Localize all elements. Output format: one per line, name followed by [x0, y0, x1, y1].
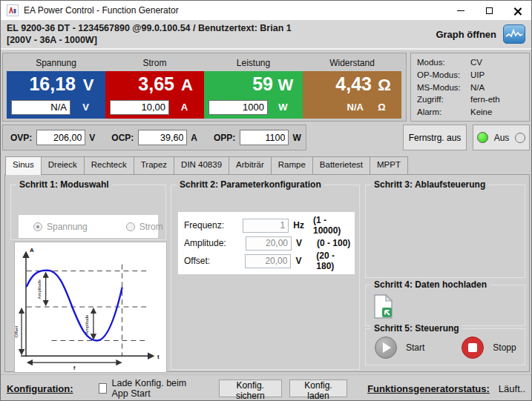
diagram-y-axis-label: A — [30, 247, 34, 253]
play-icon — [383, 342, 391, 353]
output-radio-icon[interactable] — [515, 133, 525, 143]
step1-group: Schritt 1: Moduswahl Spannung Strom — [10, 185, 166, 240]
upload-icon[interactable] — [373, 294, 393, 319]
open-graph-button[interactable]: Graph öffnen — [436, 24, 525, 44]
tab-batterietest[interactable]: Batterietest — [312, 156, 370, 174]
period-label: f — [73, 365, 76, 371]
frequency-range: (1 - 10000) — [313, 215, 355, 236]
diagram-x-axis-label: t — [157, 354, 160, 360]
radio-voltage-label: Spannung — [47, 222, 88, 232]
frequency-input[interactable] — [243, 219, 289, 233]
frequency-label: Frequenz: — [184, 220, 243, 231]
ocp-input[interactable] — [138, 130, 187, 145]
amplitude-input[interactable] — [246, 236, 292, 251]
channel-label-resistance: Widerstand — [303, 58, 401, 68]
radio-unselected-icon — [126, 222, 135, 231]
mode-radio-panel: Spannung Strom — [19, 215, 158, 238]
current-set-input[interactable] — [110, 100, 169, 115]
amplitude-upper-label: Amplitude — [37, 279, 42, 299]
graph-icon[interactable] — [503, 24, 525, 44]
tab-mppt[interactable]: MPPT — [370, 156, 408, 174]
opp-input[interactable] — [240, 130, 289, 145]
channel-label-power: Leistung — [204, 58, 303, 68]
voltage-set-input[interactable] — [11, 100, 70, 115]
output-state-panel[interactable]: Aus — [473, 125, 530, 150]
resistance-actual-value: 4,43 — [335, 73, 372, 95]
current-actual-value: 3,65 — [138, 73, 174, 95]
step1-title: Schritt 1: Moduswahl — [16, 179, 112, 190]
amplitude-lower-label: Amplitude — [85, 314, 89, 334]
ovp-label: OVP: — [10, 133, 32, 143]
status-row: Zugriff:fern-eth — [417, 94, 523, 105]
device-info: EL 9200-36 DT - 1234567890 @99.0.100.54 … — [7, 22, 292, 46]
current-panel: 3,65 A A — [105, 71, 204, 119]
step5-group: Schritt 5: Steuerung Start Stopp — [365, 328, 525, 365]
resistance-panel: 4,43 Ω N/A Ω — [303, 71, 401, 119]
tab-sinus[interactable]: Sinus — [5, 156, 42, 175]
step2-group: Schritt 2: Parameterkonfiguration Freque… — [171, 185, 360, 370]
offset-param-label: Offset: — [184, 256, 245, 266]
open-graph-label: Graph öffnen — [436, 29, 496, 40]
status-panel: Modus:CV OP-Modus:UIP MS-Modus:N/A Zugri… — [410, 53, 530, 122]
status-value: UIP — [470, 70, 485, 80]
opp-unit: W — [292, 133, 301, 143]
tab-rampe[interactable]: Rampe — [271, 156, 313, 174]
close-icon — [513, 7, 522, 15]
save-config-button[interactable]: Konfig. sichern — [219, 380, 282, 397]
minimize-button[interactable] — [447, 1, 475, 20]
sinus-tab-content: Schritt 1: Moduswahl Spannung Strom — [4, 174, 530, 372]
window-title: EA Power Control - Function Generator — [24, 5, 179, 16]
maximize-button[interactable] — [475, 1, 503, 20]
offset-unit: V — [295, 256, 316, 266]
load-config-button[interactable]: Konfig. laden — [289, 380, 347, 397]
stop-button[interactable] — [462, 337, 484, 359]
status-label: MS-Modus: — [417, 82, 470, 93]
tab-arbitraer[interactable]: Arbiträr — [229, 156, 272, 174]
ovp-input[interactable] — [36, 130, 85, 145]
opp-label: OPP: — [214, 133, 235, 143]
voltage-set-unit: V — [70, 102, 101, 113]
tab-din40839[interactable]: DIN 40839 — [174, 156, 229, 174]
app-icon — [7, 4, 19, 16]
voltage-unit: V — [76, 76, 101, 95]
step5-title: Schritt 5: Steuerung — [371, 323, 462, 334]
status-value: N/A — [470, 82, 485, 93]
status-row: Modus:CV — [417, 57, 523, 67]
remote-control-button[interactable]: Fernstrg. aus — [403, 125, 467, 150]
resistance-unit: Ω — [372, 76, 397, 95]
radio-voltage-mode[interactable]: Spannung — [33, 222, 88, 232]
start-label: Start — [406, 342, 424, 353]
close-button[interactable] — [503, 1, 531, 20]
function-tabstrip: Sinus Dreieck Rechteck Trapez DIN 40839 … — [5, 156, 407, 174]
generator-status-value: Läuft.. — [499, 383, 525, 394]
voltage-panel: 16,18 V V — [7, 71, 105, 119]
offset-label: Offset — [15, 325, 19, 337]
stop-icon — [468, 343, 477, 352]
stop-label: Stopp — [493, 342, 516, 353]
status-value: CV — [470, 57, 482, 67]
ocp-field: OCP: A — [111, 130, 214, 145]
offset-input[interactable] — [245, 254, 291, 268]
status-value: fern-eth — [470, 94, 500, 105]
status-label: Modus: — [417, 57, 470, 67]
tab-trapez[interactable]: Trapez — [134, 156, 174, 174]
tab-dreieck[interactable]: Dreieck — [41, 156, 85, 174]
autoload-checkbox[interactable] — [99, 383, 107, 394]
start-button[interactable] — [375, 337, 397, 359]
resistance-set-unit: Ω — [367, 102, 397, 113]
status-row: OP-Modus:UIP — [417, 70, 523, 80]
tab-rechteck[interactable]: Rechteck — [84, 156, 134, 174]
radio-current-mode[interactable]: Strom — [126, 222, 163, 232]
amplitude-label: Amplitude: — [184, 238, 246, 248]
offset-row: Offset: V (20 - 180) — [184, 252, 355, 270]
configuration-link[interactable]: Konfiguration: — [7, 383, 73, 394]
ovp-field: OVP: V — [10, 130, 111, 145]
output-state-label: Aus — [494, 133, 510, 143]
voltage-actual-value: 16,18 — [29, 73, 76, 95]
step4-title: Schritt 4: Daten hochladen — [371, 279, 490, 290]
generator-status-link[interactable]: Funktionsgeneratorstatus: — [367, 383, 490, 394]
offset-range: (20 - 180) — [316, 251, 355, 271]
power-set-input[interactable] — [208, 100, 268, 115]
opp-field: OPP: W — [214, 130, 318, 145]
autoload-checkbox-label: Lade Konfig. beim App Start — [112, 378, 198, 399]
